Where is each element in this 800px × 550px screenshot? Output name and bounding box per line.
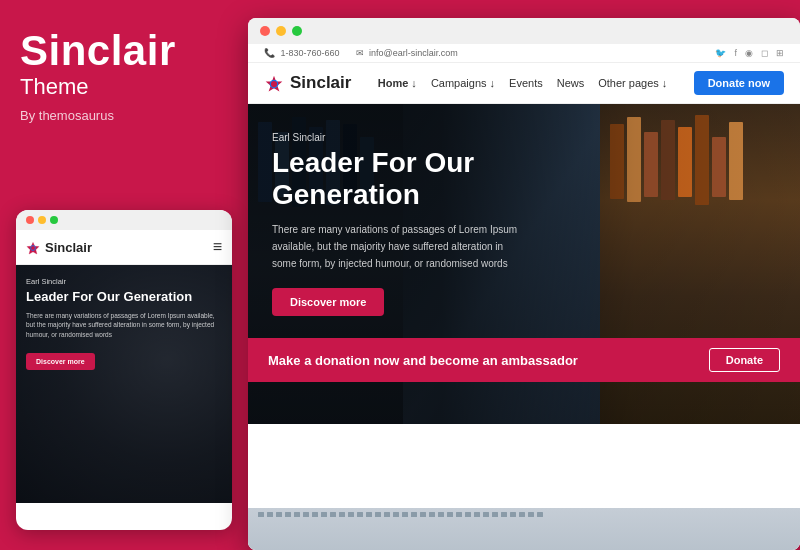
mobile-hero-description: There are many variations of passages of… bbox=[26, 311, 222, 340]
topbar-right: 🐦 f ◉ ◻ ⊞ bbox=[715, 48, 784, 58]
hero-content: Earl Sinclair Leader For Our Generation … bbox=[248, 104, 548, 344]
mobile-logo: Sinclair bbox=[26, 238, 92, 256]
site-topbar: 📞 1-830-760-660 ✉ info@earl-sinclair.com… bbox=[248, 44, 800, 63]
nav-other[interactable]: Other pages ↓ bbox=[598, 77, 667, 89]
left-panel: Sinclair Theme By themosaurus Sinclair ≡ bbox=[0, 0, 248, 550]
mobile-browser-dots bbox=[16, 210, 232, 230]
site-hero: Earl Sinclair Leader For Our Generation … bbox=[248, 104, 800, 424]
nav-news[interactable]: News bbox=[557, 77, 585, 89]
donate-now-button[interactable]: Donate now bbox=[694, 71, 784, 95]
site-logo: Sinclair bbox=[264, 72, 351, 95]
browser-dot-red bbox=[260, 26, 270, 36]
mobile-dot-red bbox=[26, 216, 34, 224]
menu-icon[interactable]: ⊞ bbox=[776, 48, 784, 58]
site-nav-links: Home ↓ Campaigns ↓ Events News Other pag… bbox=[378, 77, 668, 89]
facebook-icon[interactable]: f bbox=[734, 48, 737, 58]
donation-banner: Make a donation now and become an ambass… bbox=[248, 338, 800, 382]
svg-marker-0 bbox=[27, 242, 39, 254]
instagram-icon[interactable]: ◻ bbox=[761, 48, 768, 58]
mobile-logo-text: Sinclair bbox=[45, 240, 92, 255]
hamburger-icon[interactable]: ≡ bbox=[213, 238, 222, 256]
mobile-preview: Sinclair ≡ Earl Sinclair Leader For Our … bbox=[16, 210, 232, 530]
building-background bbox=[248, 508, 800, 550]
twitter-icon[interactable]: 🐦 bbox=[715, 48, 726, 58]
topbar-phone: 📞 1-830-760-660 bbox=[264, 48, 340, 58]
theme-subtitle: Theme bbox=[20, 74, 228, 100]
browser-bar bbox=[248, 18, 800, 44]
phone-icon: 📞 bbox=[264, 48, 275, 58]
building-windows bbox=[248, 508, 800, 521]
nav-campaigns[interactable]: Campaigns ↓ bbox=[431, 77, 495, 89]
svg-marker-2 bbox=[266, 76, 283, 92]
mobile-hero-title: Leader For Our Generation bbox=[26, 289, 222, 305]
donate-button[interactable]: Donate bbox=[709, 348, 780, 372]
email-icon: ✉ bbox=[356, 48, 364, 58]
mobile-star-icon bbox=[26, 238, 40, 256]
mobile-dot-yellow bbox=[38, 216, 46, 224]
browser-dot-yellow bbox=[276, 26, 286, 36]
browser-dot-green bbox=[292, 26, 302, 36]
hero-title: Leader For Our Generation bbox=[272, 147, 524, 211]
site-star-icon bbox=[264, 72, 284, 95]
site-bottom-section bbox=[248, 508, 800, 550]
mobile-dot-green bbox=[50, 216, 58, 224]
discover-more-button[interactable]: Discover more bbox=[272, 288, 384, 316]
nav-events[interactable]: Events bbox=[509, 77, 543, 89]
hero-tag: Earl Sinclair bbox=[272, 132, 524, 143]
browser-window: 📞 1-830-760-660 ✉ info@earl-sinclair.com… bbox=[248, 18, 800, 550]
topbar-email: ✉ info@earl-sinclair.com bbox=[356, 48, 458, 58]
theme-author: By themosaurus bbox=[20, 108, 228, 123]
donation-text: Make a donation now and become an ambass… bbox=[268, 353, 578, 368]
mobile-nav: Sinclair ≡ bbox=[16, 230, 232, 265]
mobile-hero-tag: Earl Sinclair bbox=[26, 277, 222, 286]
mobile-discover-button[interactable]: Discover more bbox=[26, 353, 95, 370]
site-nav: Sinclair Home ↓ Campaigns ↓ Events News … bbox=[248, 63, 800, 104]
rss-icon[interactable]: ◉ bbox=[745, 48, 753, 58]
mobile-hero: Earl Sinclair Leader For Our Generation … bbox=[16, 265, 232, 503]
mobile-hero-content: Earl Sinclair Leader For Our Generation … bbox=[16, 265, 232, 378]
nav-home[interactable]: Home ↓ bbox=[378, 77, 417, 89]
topbar-left: 📞 1-830-760-660 ✉ info@earl-sinclair.com bbox=[264, 48, 458, 58]
site-logo-text: Sinclair bbox=[290, 73, 351, 93]
hero-description: There are many variations of passages of… bbox=[272, 221, 524, 272]
theme-title: Sinclair bbox=[20, 30, 228, 72]
